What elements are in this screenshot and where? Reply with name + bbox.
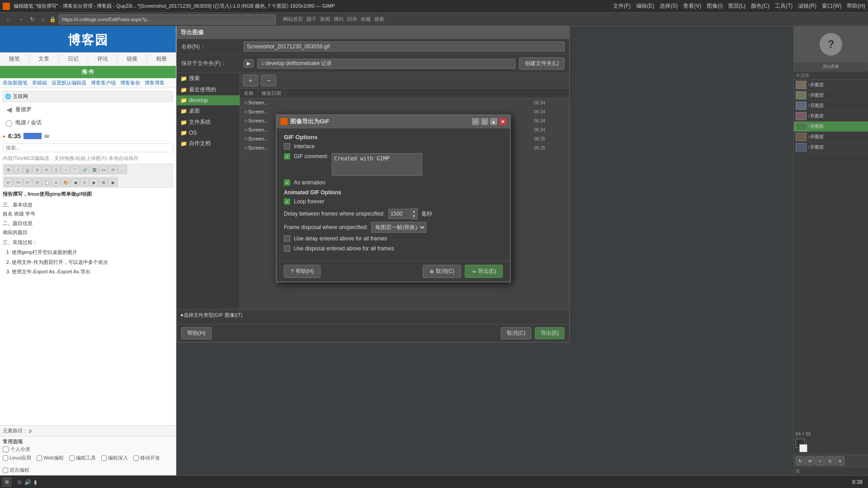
blog-action-link[interactable]: 博客备份 bbox=[118, 79, 142, 87]
interlace-checkbox[interactable] bbox=[284, 143, 290, 150]
gimp-menu-item[interactable]: 文件(F) bbox=[613, 2, 631, 10]
italic-btn[interactable]: I bbox=[14, 165, 23, 174]
gimp-menu-item[interactable]: 图层(L) bbox=[728, 2, 746, 10]
create-folder-btn[interactable]: 创建文件夹(L) bbox=[519, 57, 565, 70]
file-place-item[interactable]: 📁 develop bbox=[177, 95, 240, 105]
file-type-toggle[interactable]: ●选择文件类型(GIF 图像)(T) bbox=[177, 309, 569, 320]
quote-btn[interactable]: " bbox=[71, 165, 80, 174]
gimp-menu-item[interactable]: 窗口(W) bbox=[822, 2, 841, 10]
strike-btn[interactable]: S bbox=[33, 165, 42, 174]
blog-nav-item[interactable]: 相册 bbox=[147, 52, 176, 66]
gimp-menu-item[interactable]: 选择(S) bbox=[660, 2, 678, 10]
code-btn[interactable]: <> bbox=[99, 165, 108, 174]
site-link[interactable]: 园子 bbox=[307, 16, 316, 23]
blog-nav-item[interactable]: 日记 bbox=[59, 52, 88, 66]
site-link[interactable]: 博问 bbox=[334, 16, 344, 23]
export-export-btn[interactable]: 导出(E) bbox=[535, 327, 565, 339]
start-btn[interactable]: ⊞ bbox=[2, 477, 12, 487]
color-btn[interactable]: 🎨 bbox=[61, 178, 70, 187]
loop-forever-checkbox[interactable] bbox=[284, 198, 290, 205]
gif-export-btn[interactable]: ⇒ 导出(E) bbox=[465, 265, 503, 278]
side-nav-mandelo[interactable]: ◀ 曼德罗 bbox=[3, 103, 173, 116]
layer-item-5[interactable]: ↑开图层 bbox=[794, 122, 868, 132]
cut-btn[interactable]: ✂ bbox=[23, 178, 32, 187]
blog-action-link[interactable]: 添加新随笔 bbox=[1, 79, 29, 87]
site-link[interactable]: 收藏 bbox=[361, 16, 371, 23]
paste-btn[interactable]: 📋 bbox=[42, 178, 51, 187]
bg-color-swatch[interactable] bbox=[799, 444, 807, 452]
align-right-btn[interactable]: ▶ bbox=[90, 178, 99, 187]
file-place-item[interactable]: 📁 自作文档 bbox=[177, 138, 240, 149]
layer-item-3[interactable]: ↑开图层 bbox=[794, 101, 868, 111]
disposal-select[interactable]: 每图层一帧(替换) bbox=[371, 222, 426, 233]
home-btn[interactable]: ⌂ bbox=[39, 15, 47, 23]
undo-btn[interactable]: ↩ bbox=[4, 178, 13, 187]
blog-action-link[interactable]: 博客博客 bbox=[143, 79, 166, 87]
gimp-menu-item[interactable]: 工具(T) bbox=[775, 2, 793, 10]
file-place-item[interactable]: 📁 桌面 bbox=[177, 105, 240, 117]
blog-action-link[interactable]: 设置默认编辑器 bbox=[50, 79, 88, 87]
gif-maximize-btn[interactable]: ▲ bbox=[490, 118, 497, 125]
export-name-input[interactable] bbox=[244, 42, 565, 52]
gif-restore-btn[interactable]: □ bbox=[481, 118, 488, 125]
volume-icon[interactable]: 🔊 bbox=[24, 479, 31, 485]
cat-checkbox[interactable] bbox=[37, 455, 42, 461]
gif-cancel-btn[interactable]: ⊗ 取消(C) bbox=[423, 265, 461, 278]
gif-close-btn[interactable]: ✕ bbox=[499, 118, 506, 125]
folder-path-input[interactable] bbox=[257, 59, 515, 69]
gimp-menu-item[interactable]: 滤镜(R) bbox=[798, 2, 816, 10]
side-nav-internet[interactable]: 🌐 互联网 bbox=[3, 91, 173, 102]
link-btn[interactable]: 🔗 bbox=[80, 165, 89, 174]
align-center-btn[interactable]: ≡ bbox=[80, 178, 89, 187]
layer-item-4[interactable]: ↑开图层 bbox=[794, 111, 868, 122]
underline-btn[interactable]: U bbox=[23, 165, 32, 174]
blog-nav-item[interactable]: 文章 bbox=[29, 52, 59, 66]
indent-btn[interactable]: → bbox=[61, 165, 70, 174]
more-btn[interactable]: … bbox=[118, 165, 127, 174]
site-link[interactable]: 搜索 bbox=[374, 16, 384, 23]
refresh-btn[interactable]: ↻ bbox=[28, 15, 37, 23]
redo-btn[interactable]: ↪ bbox=[14, 178, 23, 187]
file-place-item[interactable]: 📁 文件系统 bbox=[177, 117, 240, 128]
delay-down-btn[interactable]: ▼ bbox=[411, 214, 417, 219]
delay-up-btn[interactable]: ▲ bbox=[411, 209, 417, 214]
gimp-menu-item[interactable]: 图像(I) bbox=[707, 2, 722, 10]
gimp-menu-item[interactable]: 编辑(E) bbox=[636, 2, 654, 10]
export-cancel-btn[interactable]: 取消(C) bbox=[501, 327, 531, 339]
ul-btn[interactable]: ≡ bbox=[42, 165, 51, 174]
copy-btn[interactable]: ⎘ bbox=[33, 178, 42, 187]
gif-comment-checkbox[interactable] bbox=[284, 153, 290, 160]
site-link[interactable]: 网站首页 bbox=[283, 16, 303, 23]
gimp-menu-item[interactable]: 帮助(H) bbox=[847, 2, 865, 10]
add-layer-btn[interactable]: + bbox=[816, 456, 825, 465]
gimp-menu-item[interactable]: 查看(V) bbox=[683, 2, 701, 10]
use-delay-checkbox[interactable] bbox=[284, 235, 290, 242]
gif-help-btn[interactable]: ? 帮助(H) bbox=[284, 265, 321, 278]
rotate-layer-btn[interactable]: ↻ bbox=[796, 456, 805, 465]
layer-item-6[interactable]: ↑开图层 bbox=[794, 132, 868, 142]
cat-checkbox[interactable] bbox=[69, 455, 75, 461]
file-place-item[interactable]: 📁 OS bbox=[177, 128, 240, 138]
file-item[interactable]: ☆Screen... 06:34 bbox=[240, 99, 569, 108]
blog-nav-item[interactable]: 随笔 bbox=[0, 52, 29, 66]
back-btn[interactable]: ← bbox=[4, 15, 13, 23]
as-animation-checkbox[interactable] bbox=[284, 179, 290, 186]
remove-bookmark-btn[interactable]: − bbox=[261, 75, 276, 86]
layer-item-7[interactable]: ↑开图层 bbox=[794, 142, 868, 153]
site-link[interactable]: 新闻 bbox=[320, 16, 330, 23]
layer-item-1[interactable]: ↑开图层 bbox=[794, 80, 868, 90]
add-bookmark-btn[interactable]: + bbox=[243, 75, 258, 86]
forward-btn[interactable]: → bbox=[16, 15, 25, 23]
video-btn[interactable]: ▶ bbox=[108, 178, 118, 187]
gimp-menu-item[interactable]: 颜色(C) bbox=[751, 2, 769, 10]
cat-checkbox[interactable] bbox=[3, 455, 8, 461]
tab-original[interactable]: 原始图像 bbox=[794, 62, 868, 71]
folder-nav-btn[interactable]: ▶ bbox=[244, 59, 254, 68]
table-btn[interactable]: ⊞ bbox=[99, 178, 108, 187]
file-place-item[interactable]: 📁 最近使用的 bbox=[177, 84, 240, 95]
delay-input[interactable] bbox=[388, 209, 411, 219]
cat-checkbox[interactable] bbox=[101, 455, 107, 461]
align-left-btn[interactable]: ◀ bbox=[71, 178, 80, 187]
bold-btn[interactable]: B bbox=[4, 165, 13, 174]
export-help-btn[interactable]: 帮助(H) bbox=[181, 327, 212, 339]
